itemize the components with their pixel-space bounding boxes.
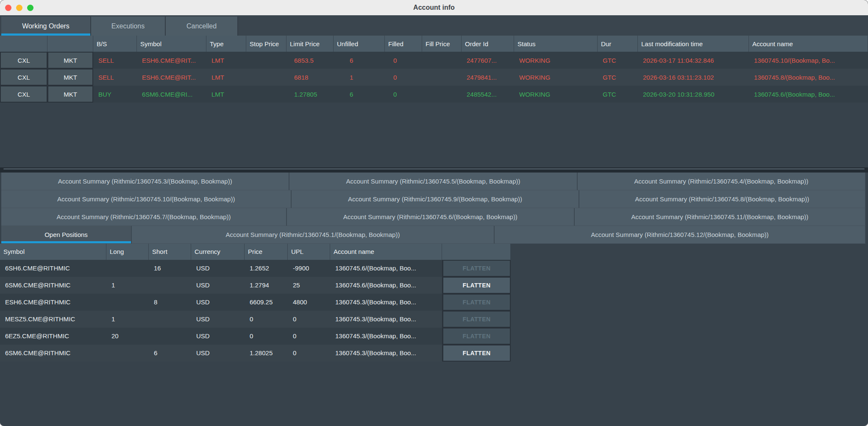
orders-empty-area: [0, 103, 868, 167]
orders-header-limit-price[interactable]: Limit Price: [287, 36, 334, 52]
orders-header-filled[interactable]: Filled: [385, 36, 422, 52]
order-cell-filled: 0: [385, 69, 422, 86]
orders-header-type[interactable]: Type: [206, 36, 246, 52]
order-cell-account: 1360745.8/(Bookmap, Boo...: [749, 69, 868, 86]
order-cell-symbol: ESH6.CME@RIT...: [137, 52, 206, 69]
order-cell-account: 1360745.10/(Bookmap, Bo...: [749, 52, 868, 69]
window-title: Account info: [0, 4, 868, 11]
order-cell-order_id: 2485542...: [462, 86, 514, 103]
orders-header-stop-price[interactable]: Stop Price: [246, 36, 287, 52]
flatten-button[interactable]: FLATTEN: [443, 278, 510, 293]
position-cell-long: [106, 260, 149, 277]
orders-header-b-s[interactable]: B/S: [93, 36, 137, 52]
orders-header-blank-0[interactable]: [0, 36, 47, 52]
positions-header-long[interactable]: Long: [106, 244, 149, 260]
tab-account-summary-rithmic-1360745-3-bookmap-bookmap[interactable]: Account Summary (Rithmic/1360745.3/(Book…: [1, 173, 289, 190]
order-cell-type: LMT: [206, 52, 246, 69]
positions-header-currency[interactable]: Currency: [191, 244, 245, 260]
position-cell-account: 1360745.6/(Bookmap, Boo...: [330, 277, 442, 294]
orders-header-status[interactable]: Status: [514, 36, 598, 52]
positions-header-short[interactable]: Short: [149, 244, 191, 260]
position-row: 6EZ5.CME@RITHMIC20USD001360745.3/(Bookma…: [0, 328, 511, 345]
position-cell-long: 20: [106, 328, 149, 345]
positions-table-header: SymbolLongShortCurrencyPriceUPLAccount n…: [0, 244, 511, 260]
order-cell-limit: 1.27805: [287, 86, 334, 103]
orders-header-order-id[interactable]: Order Id: [462, 36, 514, 52]
flatten-button: FLATTEN: [443, 261, 510, 276]
tab-account-summary-rithmic-1360745-12-bookmap-bookmap[interactable]: Account Summary (Rithmic/1360745.12/(Boo…: [495, 226, 866, 244]
mkt-button[interactable]: MKT: [48, 53, 92, 68]
order-cell-limit: 6818: [287, 69, 334, 86]
order-cell-stop: [246, 69, 287, 86]
tab-executions[interactable]: Executions: [91, 17, 166, 36]
mkt-button[interactable]: MKT: [48, 70, 92, 85]
traffic-lights: [0, 5, 33, 11]
flatten-button[interactable]: FLATTEN: [443, 345, 510, 361]
orders-header-blank-1[interactable]: [47, 36, 93, 52]
cxl-button[interactable]: CXL: [1, 86, 47, 102]
tab-account-summary-rithmic-1360745-9-bookmap-bookmap[interactable]: Account Summary (Rithmic/1360745.9/(Book…: [292, 190, 579, 208]
orders-header-dur[interactable]: Dur: [598, 36, 638, 52]
order-cell-filled: 0: [385, 52, 422, 69]
position-flatten-cell: FLATTEN: [442, 311, 511, 328]
order-cxl-cell: CXL: [0, 69, 47, 86]
positions-header-price[interactable]: Price: [245, 244, 288, 260]
minimize-button[interactable]: [16, 5, 22, 11]
position-row: MESZ5.CME@RITHMIC1USD001360745.3/(Bookma…: [0, 311, 511, 328]
positions-header-flatten-blank[interactable]: [442, 244, 511, 260]
position-flatten-cell: FLATTEN: [442, 260, 511, 277]
tab-account-summary-rithmic-1360745-8-bookmap-bookmap[interactable]: Account Summary (Rithmic/1360745.8/(Book…: [579, 190, 866, 208]
order-cell-fill_price: [422, 69, 462, 86]
orders-header-last-modification-time[interactable]: Last modification time: [638, 36, 749, 52]
tab-account-summary-rithmic-1360745-6-bookmap-bookmap[interactable]: Account Summary (Rithmic/1360745.6/(Book…: [287, 208, 574, 226]
tab-account-summary-rithmic-1360745-11-bookmap-bookmap[interactable]: Account Summary (Rithmic/1360745.11/(Boo…: [575, 208, 866, 226]
order-cell-filled: 0: [385, 86, 422, 103]
splitter-grip-icon: [3, 168, 865, 170]
orders-header-account-name[interactable]: Account name: [749, 36, 868, 52]
tab-account-summary-rithmic-1360745-7-bookmap-bookmap[interactable]: Account Summary (Rithmic/1360745.7/(Book…: [1, 208, 287, 226]
zoom-button[interactable]: [27, 5, 33, 11]
tab-account-summary-rithmic-1360745-1-bookmap-bookmap[interactable]: Account Summary (Rithmic/1360745.1/(Book…: [132, 226, 495, 244]
position-cell-upl: 25: [288, 277, 330, 294]
positions-table-body: 6SH6.CME@RITHMIC16USD1.2652-99001360745.…: [0, 260, 511, 362]
tab-account-summary-rithmic-1360745-5-bookmap-bookmap[interactable]: Account Summary (Rithmic/1360745.5/(Book…: [289, 173, 577, 190]
position-cell-long: [106, 345, 149, 362]
position-row: 6SH6.CME@RITHMIC16USD1.2652-99001360745.…: [0, 260, 511, 277]
tab-account-summary-rithmic-1360745-4-bookmap-bookmap[interactable]: Account Summary (Rithmic/1360745.4/(Book…: [578, 173, 866, 190]
position-flatten-cell: FLATTEN: [442, 328, 511, 345]
position-cell-long: 1: [106, 277, 149, 294]
order-cell-unfilled: 6: [334, 86, 385, 103]
orders-header-unfilled[interactable]: Unfilled: [334, 36, 385, 52]
position-cell-symbol: 6EZ5.CME@RITHMIC: [0, 328, 106, 345]
close-button[interactable]: [5, 5, 11, 11]
position-cell-account: 1360745.3/(Bookmap, Boo...: [330, 311, 442, 328]
orders-table-header: B/SSymbolTypeStop PriceLimit PriceUnfill…: [0, 36, 868, 52]
orders-header-fill-price[interactable]: Fill Price: [422, 36, 462, 52]
position-cell-currency: USD: [191, 345, 245, 362]
position-cell-symbol: 6SH6.CME@RITHMIC: [0, 260, 106, 277]
tab-account-summary-rithmic-1360745-10-bookmap-bookmap[interactable]: Account Summary (Rithmic/1360745.10/(Boo…: [1, 190, 292, 208]
tab-working-orders[interactable]: Working Orders: [1, 17, 91, 36]
position-cell-short: [149, 311, 191, 328]
positions-header-symbol[interactable]: Symbol: [0, 244, 106, 260]
position-cell-short: 6: [149, 345, 191, 362]
positions-header-account-name[interactable]: Account name: [330, 244, 442, 260]
panel-splitter[interactable]: [0, 167, 868, 173]
account-info-window: Account info Working OrdersExecutionsCan…: [0, 0, 868, 426]
mkt-button[interactable]: MKT: [48, 86, 92, 102]
position-cell-account: 1360745.3/(Bookmap, Boo...: [330, 328, 442, 345]
orders-tab-bar: Working OrdersExecutionsCancelled: [0, 15, 868, 36]
position-cell-currency: USD: [191, 294, 245, 311]
tab-open-positions[interactable]: Open Positions: [1, 226, 132, 244]
cxl-button[interactable]: CXL: [1, 53, 47, 68]
positions-header-upl[interactable]: UPL: [288, 244, 330, 260]
account-summary-tab-rows: Account Summary (Rithmic/1360745.3/(Book…: [0, 173, 868, 244]
order-cell-account: 1360745.6/(Bookmap, Boo...: [749, 86, 868, 103]
order-cxl-cell: CXL: [0, 52, 47, 69]
cxl-button[interactable]: CXL: [1, 70, 47, 85]
position-cell-account: 1360745.3/(Bookmap, Boo...: [330, 294, 442, 311]
position-cell-price: 1.28025: [245, 345, 288, 362]
order-cell-side: SELL: [93, 69, 137, 86]
orders-header-symbol[interactable]: Symbol: [137, 36, 206, 52]
tab-cancelled[interactable]: Cancelled: [166, 17, 238, 36]
